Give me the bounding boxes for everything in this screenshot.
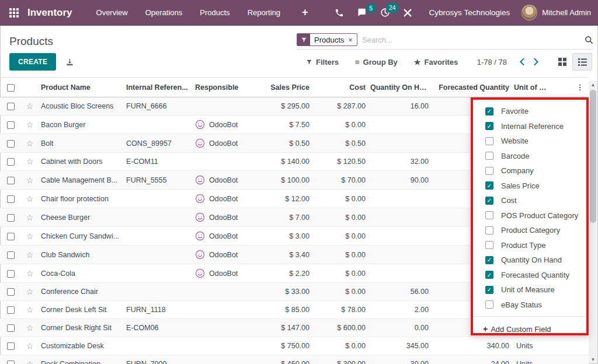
column-toggle-favorite[interactable]: ✓Favorite	[473, 104, 586, 119]
row-checkbox[interactable]	[7, 288, 15, 296]
favorite-star-icon[interactable]: ☆	[26, 287, 34, 296]
create-button[interactable]: CREATE	[9, 53, 56, 71]
filters-button[interactable]: Filters	[306, 58, 339, 66]
favorite-star-icon[interactable]: ☆	[26, 157, 34, 166]
header-sales-price[interactable]: Sales Price	[258, 78, 312, 97]
table-row[interactable]: ☆Desk CombinationFURN_7000$ 450.00$ 300.…	[0, 355, 589, 364]
nav-menu-products[interactable]: Products	[191, 0, 238, 26]
favorite-star-icon[interactable]: ☆	[26, 139, 34, 148]
vertical-scrollbar[interactable]: ▲ ▼	[589, 80, 597, 363]
app-name[interactable]: Inventory	[27, 7, 72, 19]
checkbox[interactable]	[485, 137, 493, 145]
row-checkbox[interactable]	[7, 103, 15, 110]
header-responsible[interactable]: Responsible	[193, 78, 258, 97]
favorite-star-icon[interactable]: ☆	[26, 341, 34, 351]
favorite-star-icon[interactable]: ☆	[26, 305, 34, 314]
company-switcher[interactable]: Cybrosys Technologies	[429, 8, 510, 17]
column-toggle-product-category[interactable]: Product Category	[473, 223, 586, 238]
row-checkbox[interactable]	[7, 360, 15, 364]
row-checkbox[interactable]	[7, 158, 15, 166]
checkbox[interactable]	[485, 226, 493, 235]
new-menu-plus-icon[interactable]: +	[302, 6, 308, 19]
favorite-star-icon[interactable]: ☆	[26, 176, 34, 185]
favorites-button[interactable]: ★ Favorites	[414, 58, 458, 66]
column-toggle-barcode[interactable]: Barcode	[473, 149, 586, 164]
row-checkbox[interactable]	[7, 233, 15, 240]
favorite-star-icon[interactable]: ☆	[26, 359, 34, 364]
row-checkbox[interactable]	[7, 121, 15, 129]
scroll-down-arrow[interactable]: ▼	[589, 355, 597, 363]
column-toggle-ebay-status[interactable]: eBay Status	[473, 298, 586, 313]
column-toggle-website[interactable]: Website	[473, 134, 586, 149]
search-icon[interactable]	[585, 36, 593, 44]
header-forecasted-quantity[interactable]: Forecasted Quantity	[431, 78, 512, 97]
column-toggle-company[interactable]: Company	[473, 163, 586, 178]
add-custom-field-button[interactable]: + Add Custom Field	[473, 321, 586, 337]
header-unit-of-measure[interactable]: Unit of Measure	[512, 78, 554, 97]
column-toggle-pos-product-category[interactable]: POS Product Category	[473, 208, 586, 223]
checkbox[interactable]: ✓	[485, 256, 493, 264]
favorite-star-icon[interactable]: ☆	[26, 323, 34, 332]
header-quantity-on-hand[interactable]: Quantity On Ha...	[368, 78, 431, 97]
pager-previous-button[interactable]	[515, 57, 529, 67]
nav-menu-overview[interactable]: Overview	[88, 0, 137, 26]
messages-icon[interactable]: 5	[350, 8, 374, 18]
checkbox[interactable]: ✓	[485, 122, 493, 130]
phone-icon[interactable]	[328, 8, 350, 18]
row-checkbox[interactable]	[7, 270, 15, 278]
checkbox[interactable]: ✓	[485, 107, 493, 116]
kanban-view-button[interactable]	[552, 53, 572, 71]
export-download-icon[interactable]	[65, 58, 74, 66]
column-toggle-quantity-on-hand[interactable]: ✓Quantity On Hand	[473, 253, 586, 268]
column-toggle-cost[interactable]: ✓Cost	[473, 193, 586, 208]
favorite-star-icon[interactable]: ☆	[26, 120, 34, 130]
row-checkbox[interactable]	[7, 251, 15, 259]
activities-clock-icon[interactable]: 24	[374, 8, 397, 18]
table-row[interactable]: ☆Customizable Desk$ 750.00$ 0.00345.0034…	[0, 337, 589, 355]
list-view-button[interactable]	[572, 53, 592, 71]
header-cost[interactable]: Cost	[312, 78, 368, 97]
row-checkbox[interactable]	[7, 195, 15, 203]
row-checkbox[interactable]	[7, 214, 15, 222]
checkbox[interactable]	[485, 211, 493, 219]
favorite-star-icon[interactable]: ☆	[26, 232, 34, 241]
nav-menu-operations[interactable]: Operations	[137, 0, 192, 26]
checkbox[interactable]	[485, 167, 493, 175]
favorite-star-icon[interactable]: ☆	[26, 102, 34, 111]
column-toggle-forecasted-quantity[interactable]: ✓Forecasted Quantity	[473, 268, 586, 283]
favorite-star-icon[interactable]: ☆	[26, 269, 34, 278]
facet-close-icon[interactable]: ×	[348, 36, 357, 44]
scrollbar-thumb[interactable]	[590, 90, 596, 223]
checkbox[interactable]: ✓	[485, 286, 493, 294]
select-all-checkbox[interactable]	[7, 84, 15, 92]
user-name[interactable]: Mitchell Admin	[542, 8, 591, 17]
row-checkbox[interactable]	[7, 140, 15, 148]
scroll-up-arrow[interactable]: ▲	[589, 80, 597, 89]
checkbox[interactable]: ✓	[485, 197, 493, 205]
nav-menu-reporting[interactable]: Reporting	[239, 0, 289, 26]
favorite-star-icon[interactable]: ☆	[26, 213, 34, 222]
column-toggle-sales-price[interactable]: ✓Sales Price	[473, 178, 586, 194]
column-toggle-product-type[interactable]: Product Type	[473, 238, 586, 253]
group-by-button[interactable]: ≡ Group By	[355, 58, 398, 66]
tools-icon[interactable]	[397, 8, 419, 18]
header-product-name[interactable]: Product Name	[39, 78, 124, 97]
header-internal-reference[interactable]: Internal Referen...	[124, 78, 193, 97]
column-toggle-internal-reference[interactable]: ✓Internal Reference	[473, 119, 586, 134]
checkbox[interactable]	[485, 300, 493, 309]
checkbox[interactable]	[485, 152, 493, 160]
user-avatar[interactable]	[521, 5, 537, 20]
favorite-star-icon[interactable]: ☆	[26, 250, 34, 260]
pager-next-button[interactable]	[529, 57, 543, 67]
row-checkbox[interactable]	[7, 306, 15, 314]
checkbox[interactable]: ✓	[485, 271, 493, 279]
search-input[interactable]	[362, 36, 585, 44]
apps-menu-icon[interactable]	[9, 8, 19, 18]
row-checkbox[interactable]	[7, 177, 15, 184]
optional-columns-toggle-icon[interactable]: ⋮	[571, 78, 589, 97]
favorite-star-icon[interactable]: ☆	[26, 194, 34, 204]
column-toggle-unit-of-measure[interactable]: ✓Unit of Measure	[473, 282, 586, 298]
checkbox[interactable]	[485, 241, 493, 249]
checkbox[interactable]: ✓	[485, 181, 493, 190]
row-checkbox[interactable]	[7, 342, 15, 350]
